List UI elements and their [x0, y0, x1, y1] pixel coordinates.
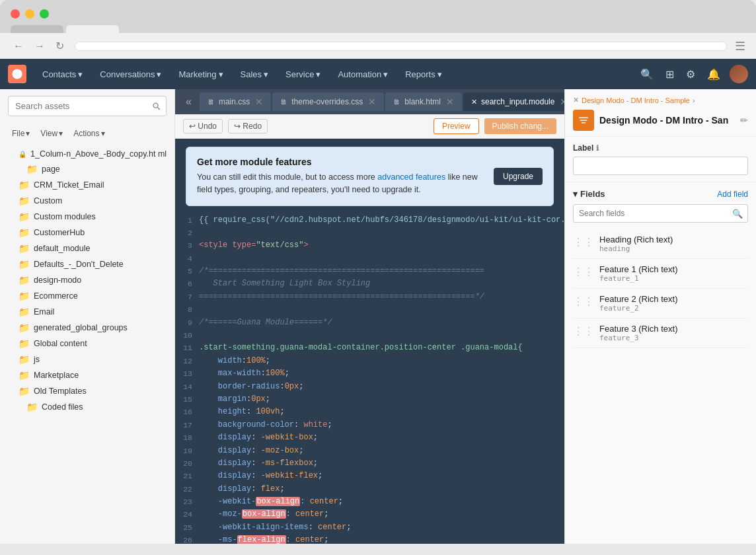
code-line: 8 — [175, 303, 564, 316]
module-title-row: Design Modo - DM Intro - San ✏ — [573, 110, 748, 131]
tree-item-label: Ecommerce — [34, 291, 78, 301]
tree-item-js[interactable]: 📁 js — [0, 352, 174, 367]
publish-button[interactable]: Publish chang... — [484, 118, 556, 134]
tab-search-input-module[interactable]: ✕ search_input.module ✕ — [463, 92, 564, 111]
field-item-feature3[interactable]: ⋮⋮ Feature 3 (Rich text) feature_3 — [573, 318, 748, 348]
label-input[interactable] — [573, 157, 748, 175]
mac-tab-1[interactable] — [11, 25, 63, 33]
url-bar[interactable] — [75, 42, 727, 51]
field-info-feature3: Feature 3 (Rich text) feature_3 — [599, 324, 678, 342]
view-menu-button[interactable]: View ▾ — [36, 127, 67, 140]
tree-item-file-body-copy[interactable]: 🔒 1_Colum-n_Above_-Body_copy.ht ml — [0, 147, 174, 161]
nav-automation[interactable]: Automation ▾ — [331, 67, 395, 82]
tree-item-label: Defaults_-_Don't_Delete — [34, 260, 124, 269]
code-line: 22 display: flex; — [175, 483, 564, 496]
folder-icon: 📁 — [26, 402, 38, 412]
preview-button[interactable]: Preview — [434, 118, 479, 134]
tab-blank-html[interactable]: 🗎 blank.html ✕ — [385, 92, 462, 111]
actions-menu-button[interactable]: Actions ▾ — [69, 127, 108, 140]
user-avatar[interactable] — [730, 65, 748, 83]
breadcrumb: ✕ Design Modo - DM Intro - Sample › — [573, 96, 748, 104]
nav-sales[interactable]: Sales ▾ — [234, 67, 276, 82]
redo-button[interactable]: ↪ Redo — [228, 119, 268, 133]
back-button[interactable]: ← — [11, 38, 26, 54]
grid-icon[interactable]: ⊞ — [663, 65, 677, 83]
nav-marketing[interactable]: Marketing ▾ — [172, 67, 229, 82]
tree-item-coded-files[interactable]: 📁 Coded files — [0, 399, 174, 415]
folder-icon: 📁 — [19, 227, 30, 238]
undo-button[interactable]: ↩ Undo — [183, 119, 223, 133]
tree-item-defaults-dont-delete[interactable]: 📁 Defaults_-_Don't_Delete — [0, 256, 174, 272]
close-tab-blank-html[interactable]: ✕ — [446, 96, 454, 107]
field-info-heading: Heading (Rich text) heading — [599, 235, 673, 253]
tree-item-customerhub[interactable]: 📁 CustomerHub — [0, 225, 174, 240]
hamburger-menu[interactable]: ☰ — [735, 39, 745, 54]
nav-conversations[interactable]: Conversations ▾ — [93, 67, 168, 82]
nav-service[interactable]: Service ▾ — [279, 67, 327, 82]
field-name-heading: Heading (Rich text) — [599, 235, 673, 244]
refresh-button[interactable]: ↻ — [53, 38, 67, 54]
tree-item-marketplace[interactable]: 📁 Marketplace — [0, 367, 174, 383]
nav-reports[interactable]: Reports ▾ — [398, 67, 449, 82]
search-fields-input[interactable] — [573, 204, 748, 223]
folder-icon: 📁 — [19, 243, 30, 254]
tree-item-crm-ticket[interactable]: 📁 CRM_Ticket_Email — [0, 177, 174, 193]
drag-handle-feature3[interactable]: ⋮⋮ — [573, 325, 594, 338]
tab-main-css[interactable]: 🗎 main.css ✕ — [200, 92, 271, 111]
field-item-feature1[interactable]: ⋮⋮ Feature 1 (Rich text) feature_1 — [573, 259, 748, 289]
mac-tab-2[interactable] — [66, 25, 119, 33]
code-line: 25 -webkit-align-items: center; — [175, 521, 564, 534]
search-fields-wrap: 🔍 — [573, 204, 748, 223]
tree-item-default-module[interactable]: 📁 default_module — [0, 240, 174, 256]
css-file-icon: 🗎 — [208, 98, 215, 106]
add-field-button[interactable]: Add field — [717, 190, 748, 199]
close-tab-search-input[interactable]: ✕ — [560, 96, 564, 107]
notifications-icon[interactable]: 🔔 — [704, 65, 723, 83]
tree-item-custom[interactable]: 📁 Custom — [0, 193, 174, 209]
code-line: 18 display: -webkit-box; — [175, 431, 564, 444]
code-line: 14 border-radius:0px; — [175, 381, 564, 393]
minimize-button[interactable] — [25, 9, 34, 18]
drag-handle-heading[interactable]: ⋮⋮ — [573, 236, 594, 248]
search-icon[interactable]: 🔍 — [638, 65, 656, 83]
close-tab-theme-overrides[interactable]: ✕ — [368, 96, 376, 107]
drag-handle-feature1[interactable]: ⋮⋮ — [573, 266, 594, 278]
collapse-sidebar-button[interactable]: « — [180, 93, 197, 110]
edit-module-icon[interactable]: ✏ — [740, 115, 748, 126]
field-info-feature1: Feature 1 (Rich text) feature_1 — [599, 264, 678, 283]
maximize-button[interactable] — [40, 9, 49, 18]
main-area: File ▾ View ▾ Actions ▾ 🔒 1_Colum-n_Abov… — [0, 89, 756, 544]
hs-nav-right: 🔍 ⊞ ⚙ 🔔 — [638, 65, 748, 83]
nav-contacts[interactable]: Contacts ▾ — [36, 67, 89, 82]
field-item-feature2[interactable]: ⋮⋮ Feature 2 (Rich text) feature_2 — [573, 289, 748, 318]
code-editor[interactable]: Get more module features You can still e… — [175, 139, 564, 544]
module-icon — [573, 110, 594, 131]
close-right-icon[interactable]: ✕ — [573, 96, 579, 104]
settings-icon[interactable]: ⚙ — [683, 65, 698, 83]
tree-item-old-templates[interactable]: 📁 Old Templates — [0, 383, 174, 399]
search-wrap — [8, 96, 167, 116]
tree-item-email[interactable]: 📁 Email — [0, 304, 174, 320]
fields-header: ▾ Fields Add field — [573, 182, 748, 204]
tree-item-design-modo[interactable]: 📁 design-modo — [0, 272, 174, 288]
tree-item-global-content[interactable]: 📁 Global content — [0, 336, 174, 352]
tree-item-custom-modules[interactable]: 📁 Custom modules — [0, 209, 174, 225]
tree-item-page[interactable]: 📁 page — [0, 161, 174, 177]
advanced-features-link[interactable]: advanced features — [377, 172, 445, 182]
field-item-heading[interactable]: ⋮⋮ Heading (Rich text) heading — [573, 229, 748, 259]
close-tab-main-css[interactable]: ✕ — [255, 96, 263, 107]
upgrade-button[interactable]: Upgrade — [494, 168, 543, 185]
tree-item-ecommerce[interactable]: 📁 Ecommerce — [0, 288, 174, 304]
drag-handle-feature2[interactable]: ⋮⋮ — [573, 295, 594, 308]
file-menu-button[interactable]: File ▾ — [8, 127, 34, 140]
module-file-icon: ✕ — [471, 98, 477, 106]
close-button[interactable] — [11, 9, 20, 18]
code-line: 12 width:100%; — [175, 355, 564, 367]
field-info-feature2: Feature 2 (Rich text) feature_2 — [599, 294, 678, 313]
tab-theme-overrides[interactable]: 🗎 theme-overrides.css ✕ — [272, 92, 384, 111]
search-input[interactable] — [8, 96, 167, 116]
code-lines[interactable]: 1{{ require_css("//cdn2.hubspot.net/hubf… — [175, 214, 564, 544]
code-line: 19 display: -moz-box; — [175, 445, 564, 457]
forward-button[interactable]: → — [32, 38, 48, 54]
tree-item-generated-global[interactable]: 📁 generated_global_groups — [0, 320, 174, 336]
